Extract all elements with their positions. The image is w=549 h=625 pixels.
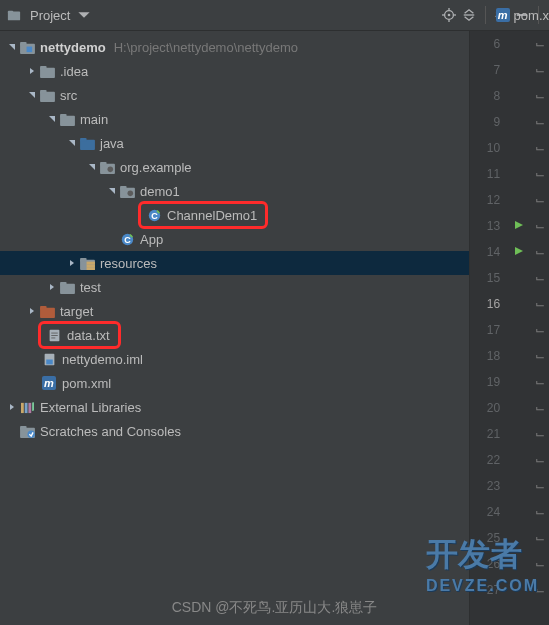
line-number: 11 bbox=[470, 167, 508, 181]
line-number: 6 bbox=[470, 37, 508, 51]
tree-external-libraries[interactable]: External Libraries bbox=[0, 395, 469, 419]
fold-icon[interactable]: ⌙ bbox=[535, 453, 545, 467]
run-gutter-icon[interactable] bbox=[514, 245, 524, 259]
expander-icon[interactable] bbox=[26, 306, 38, 317]
gutter-line[interactable]: 10⌙ bbox=[470, 135, 549, 161]
fold-icon[interactable]: ⌙ bbox=[535, 505, 545, 519]
tree-item-idea[interactable]: .idea bbox=[0, 59, 469, 83]
tree-item-channeldemo[interactable]: C ChannelDemo1 bbox=[0, 203, 469, 227]
scratches-icon bbox=[18, 425, 36, 438]
tree-item-datatxt[interactable]: data.txt bbox=[0, 323, 469, 347]
tree-label: main bbox=[80, 112, 108, 127]
tree-label: test bbox=[80, 280, 101, 295]
locate-icon[interactable] bbox=[441, 7, 457, 23]
gutter-line[interactable]: 11⌙ bbox=[470, 161, 549, 187]
fold-icon[interactable]: ⌙ bbox=[535, 401, 545, 415]
gutter-line[interactable]: 7⌙ bbox=[470, 57, 549, 83]
gutter-line[interactable]: 18⌙ bbox=[470, 343, 549, 369]
expander-icon[interactable] bbox=[46, 114, 58, 125]
class-icon: C bbox=[118, 233, 136, 246]
tree-item-java[interactable]: java bbox=[0, 131, 469, 155]
project-icon[interactable] bbox=[6, 7, 22, 23]
tree-item-demo1[interactable]: demo1 bbox=[0, 179, 469, 203]
gutter-line[interactable]: 20⌙ bbox=[470, 395, 549, 421]
folder-icon bbox=[38, 89, 56, 102]
dropdown-icon[interactable] bbox=[76, 7, 92, 23]
tree-root[interactable]: nettydemo H:\project\nettydemo\nettydemo bbox=[0, 35, 469, 59]
line-number: 20 bbox=[470, 401, 508, 415]
gutter-line[interactable]: 21⌙ bbox=[470, 421, 549, 447]
collapse-icon[interactable] bbox=[461, 7, 477, 23]
run-gutter-icon[interactable] bbox=[514, 219, 524, 233]
svg-rect-48 bbox=[28, 402, 31, 412]
gutter-line[interactable]: 12⌙ bbox=[470, 187, 549, 213]
tree-item-src[interactable]: src bbox=[0, 83, 469, 107]
fold-icon[interactable]: ⌙ bbox=[535, 193, 545, 207]
tree-item-iml[interactable]: nettydemo.iml bbox=[0, 347, 469, 371]
svg-rect-25 bbox=[120, 185, 127, 189]
expander-icon[interactable] bbox=[6, 42, 18, 53]
fold-icon[interactable]: ⌙ bbox=[535, 141, 545, 155]
fold-icon[interactable]: ⌙ bbox=[535, 37, 545, 51]
gutter-line[interactable]: 9⌙ bbox=[470, 109, 549, 135]
excluded-folder-icon bbox=[38, 305, 56, 318]
fold-icon[interactable]: ⌙ bbox=[535, 323, 545, 337]
libraries-icon bbox=[18, 401, 36, 414]
tree-item-app[interactable]: C App bbox=[0, 227, 469, 251]
line-number: 7 bbox=[470, 63, 508, 77]
fold-icon[interactable]: ⌙ bbox=[535, 89, 545, 103]
expander-icon[interactable] bbox=[66, 138, 78, 149]
expander-icon[interactable] bbox=[66, 258, 78, 269]
gutter-line[interactable]: 23⌙ bbox=[470, 473, 549, 499]
gutter-line[interactable]: 17⌙ bbox=[470, 317, 549, 343]
gutter-line[interactable]: 19⌙ bbox=[470, 369, 549, 395]
expander-icon[interactable] bbox=[46, 282, 58, 293]
gutter-line[interactable]: 14⌙ bbox=[470, 239, 549, 265]
expander-icon[interactable] bbox=[26, 66, 38, 77]
tree-label: org.example bbox=[120, 160, 192, 175]
project-tree[interactable]: nettydemo H:\project\nettydemo\nettydemo… bbox=[0, 31, 469, 625]
expander-icon[interactable] bbox=[106, 186, 118, 197]
svg-rect-39 bbox=[40, 305, 47, 309]
folder-icon bbox=[58, 113, 76, 126]
toolbar-divider bbox=[485, 6, 486, 24]
gutter-line[interactable]: 8⌙ bbox=[470, 83, 549, 109]
fold-icon[interactable]: ⌙ bbox=[535, 115, 545, 129]
tree-item-pom[interactable]: m pom.xml bbox=[0, 371, 469, 395]
fold-icon[interactable]: ⌙ bbox=[535, 63, 545, 77]
fold-icon[interactable]: ⌙ bbox=[535, 297, 545, 311]
fold-icon[interactable]: ⌙ bbox=[535, 245, 545, 259]
tree-item-target[interactable]: target bbox=[0, 299, 469, 323]
tree-label: java bbox=[100, 136, 124, 151]
tree-item-resources[interactable]: resources bbox=[0, 251, 469, 275]
gutter-line[interactable]: 6⌙ bbox=[470, 31, 549, 57]
tree-scratches[interactable]: Scratches and Consoles bbox=[0, 419, 469, 443]
expander-icon[interactable] bbox=[86, 162, 98, 173]
svg-point-3 bbox=[448, 14, 451, 17]
fold-icon[interactable]: ⌙ bbox=[535, 375, 545, 389]
gutter-line[interactable]: 13⌙ bbox=[470, 213, 549, 239]
fold-icon[interactable]: ⌙ bbox=[535, 479, 545, 493]
line-number: 19 bbox=[470, 375, 508, 389]
gutter-line[interactable]: 15⌙ bbox=[470, 265, 549, 291]
fold-icon[interactable]: ⌙ bbox=[535, 427, 545, 441]
fold-icon[interactable]: ⌙ bbox=[535, 349, 545, 363]
fold-icon[interactable]: ⌙ bbox=[535, 219, 545, 233]
tree-label: App bbox=[140, 232, 163, 247]
fold-icon[interactable]: ⌙ bbox=[535, 271, 545, 285]
gutter-line[interactable]: 16⌙ bbox=[470, 291, 549, 317]
gutter-line[interactable]: 24⌙ bbox=[470, 499, 549, 525]
expander-icon[interactable] bbox=[6, 402, 18, 413]
class-icon: C bbox=[145, 209, 163, 222]
tree-item-main[interactable]: main bbox=[0, 107, 469, 131]
line-number: 16 bbox=[470, 297, 508, 311]
tree-item-package[interactable]: org.example bbox=[0, 155, 469, 179]
tree-item-test[interactable]: test bbox=[0, 275, 469, 299]
line-number: 10 bbox=[470, 141, 508, 155]
fold-icon[interactable]: ⌙ bbox=[535, 167, 545, 181]
panel-title[interactable]: Project bbox=[30, 8, 70, 23]
line-number: 14 bbox=[470, 245, 508, 259]
gutter-line[interactable]: 22⌙ bbox=[470, 447, 549, 473]
expander-icon[interactable] bbox=[26, 90, 38, 101]
editor-tab[interactable]: m pom.x bbox=[496, 0, 549, 30]
